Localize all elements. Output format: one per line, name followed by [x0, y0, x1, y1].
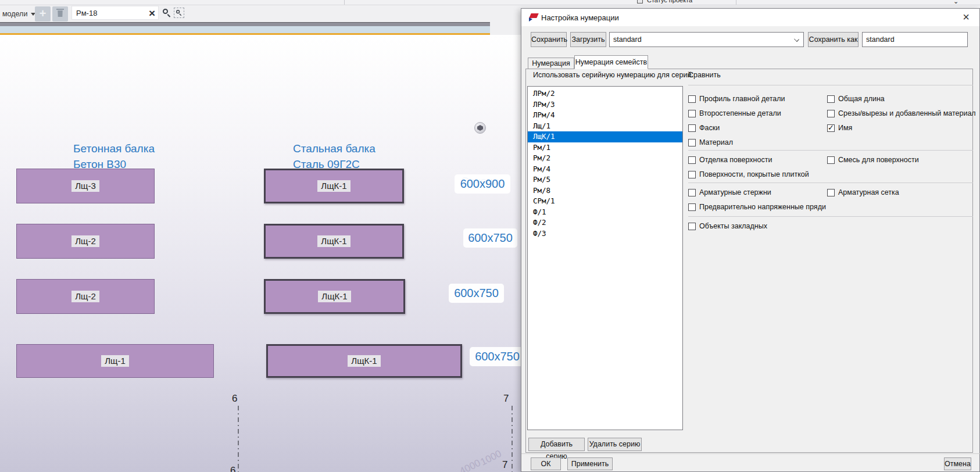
close-icon[interactable]: ×	[958, 10, 974, 24]
search-field[interactable]: ×	[71, 6, 159, 20]
series-item[interactable]: ЛРм/2	[528, 88, 682, 99]
plus-icon: +	[40, 7, 47, 20]
section-dimension: 600x750	[449, 284, 504, 303]
settings-combobox[interactable]: standard	[609, 32, 804, 47]
concrete-beam[interactable]: Лщ-2	[16, 224, 155, 259]
concrete-beam[interactable]: Лщ-3	[16, 169, 155, 203]
numbering-settings-dialog: Настройка нумерации × Сохранить Загрузит…	[521, 8, 980, 472]
grid-line-7	[512, 406, 513, 472]
save-as-button[interactable]: Сохранить как	[808, 32, 859, 47]
checkbox[interactable]	[688, 189, 696, 196]
window-edge-band	[0, 22, 490, 26]
grid-label-6-bottom: 6	[230, 465, 235, 472]
steel-beam[interactable]: ЛщК-1	[264, 169, 404, 203]
series-item[interactable]: Лщ/1	[528, 121, 682, 132]
add-series-button[interactable]: Добавить серию	[528, 438, 585, 451]
steel-beam[interactable]: ЛщК-1	[264, 279, 405, 314]
apply-button[interactable]: Применить	[567, 457, 613, 470]
series-item[interactable]: Рм/2	[528, 153, 682, 164]
beam-label: Лщ-1	[101, 355, 129, 367]
view-header-strip	[0, 26, 490, 33]
series-item[interactable]: Рм/5	[528, 174, 682, 185]
section-dimension: 600x750	[463, 228, 517, 248]
series-item[interactable]: ЛРм/3	[528, 99, 682, 110]
compare-label: Сравнить	[688, 71, 721, 79]
search-toolbar: модели + ×	[0, 5, 490, 22]
chevron-down-icon	[794, 37, 799, 42]
beam-label: Лщ-3	[71, 180, 99, 192]
group-divider	[688, 85, 973, 85]
clear-search-icon[interactable]: ×	[149, 6, 155, 20]
chevron-down-icon[interactable]: ⌄	[953, 0, 958, 5]
view-orientation-icon[interactable]	[474, 122, 486, 134]
steel-beam[interactable]: ЛщК-1	[266, 344, 462, 378]
beam-label: ЛщК-1	[317, 180, 350, 192]
checkbox[interactable]	[688, 124, 696, 132]
concrete-beam[interactable]: Лщ-1	[16, 344, 214, 378]
checkbox[interactable]	[827, 189, 835, 196]
beam-label: ЛщК-1	[348, 355, 380, 367]
section-dimension: 600x900	[455, 174, 510, 194]
checkbox[interactable]	[827, 124, 835, 132]
dialog-titlebar[interactable]: Настройка нумерации ×	[521, 9, 979, 26]
save-as-input[interactable]	[862, 32, 968, 47]
checkbox[interactable]	[688, 171, 696, 178]
checkbox[interactable]	[827, 110, 835, 117]
grid-label-6: 6	[232, 393, 237, 405]
beam-label: Лщ-2	[71, 291, 99, 302]
steel-beam[interactable]: ЛщК-1	[264, 224, 404, 259]
bottom-separator	[521, 453, 980, 454]
faded-dimension-text: 1000	[479, 448, 504, 469]
series-item[interactable]: Рм/1	[528, 142, 682, 153]
beam-label: Лщ-2	[71, 235, 99, 247]
section-dimension: 600x750	[470, 347, 525, 366]
tekla-logo-icon	[528, 13, 538, 22]
top-partial-toolbar: Статус проекта ⌄	[0, 0, 980, 5]
series-item[interactable]: Ф/1	[528, 207, 682, 218]
delete-series-button[interactable]: Удалить серию	[588, 438, 642, 451]
checkbox[interactable]	[688, 223, 696, 230]
steel-beam-header: Стальная балка Сталь 09Г2С	[293, 141, 375, 172]
search-input[interactable]	[76, 6, 140, 19]
checkbox[interactable]	[827, 156, 835, 164]
search-in-selection-icon[interactable]	[174, 8, 184, 18]
beam-label: ЛщК-1	[318, 291, 350, 302]
checkbox[interactable]	[688, 95, 696, 103]
cancel-button[interactable]: Отмена	[944, 457, 971, 470]
series-item[interactable]: Рм/8	[528, 185, 682, 196]
series-item[interactable]: Рм/4	[528, 164, 682, 175]
delete-button[interactable]	[52, 6, 68, 22]
series-item[interactable]: ЛщК/1	[528, 131, 682, 142]
series-list[interactable]: ЛРм/2ЛРм/3ЛРм/4Лщ/1ЛщК/1Рм/1Рм/2Рм/4Рм/5…	[527, 86, 683, 430]
series-item[interactable]: ЛРм/4	[528, 110, 682, 121]
trash-icon	[56, 9, 64, 10]
concrete-beam-header: Бетонная балка Бетон В30	[73, 141, 155, 172]
checkbox[interactable]	[688, 139, 696, 146]
group-divider	[688, 183, 973, 183]
grid-label-7: 7	[503, 393, 509, 405]
status-tab-icon	[637, 0, 643, 3]
add-button[interactable]: +	[35, 6, 51, 22]
models-dropdown[interactable]: модели	[2, 8, 35, 20]
tab-numbering[interactable]: Нумерация	[528, 58, 574, 69]
series-item[interactable]: СРм/1	[528, 196, 682, 207]
steel-header-line1: Стальная балка	[293, 141, 375, 156]
series-item[interactable]: Ф/3	[528, 228, 682, 239]
tab-family-numbering[interactable]: Нумерация семейств	[574, 55, 648, 69]
checkbox[interactable]	[827, 95, 835, 103]
series-item[interactable]: Ф/2	[528, 217, 682, 228]
checkbox[interactable]	[688, 156, 696, 164]
checkbox[interactable]	[688, 110, 696, 117]
grid-line-6	[238, 406, 239, 472]
ok-button[interactable]: ОК	[531, 457, 561, 470]
concrete-beam[interactable]: Лщ-2	[16, 279, 155, 314]
save-button[interactable]: Сохранить	[531, 32, 567, 47]
group-divider	[688, 150, 973, 151]
group-divider	[688, 216, 973, 217]
checkbox[interactable]	[688, 203, 696, 211]
active-view-border	[0, 33, 490, 35]
status-project-tab[interactable]: Статус проекта	[647, 0, 692, 3]
search-icon[interactable]	[163, 9, 171, 17]
load-button[interactable]: Загрузить	[570, 32, 606, 47]
combobox-value: standard	[613, 35, 642, 44]
